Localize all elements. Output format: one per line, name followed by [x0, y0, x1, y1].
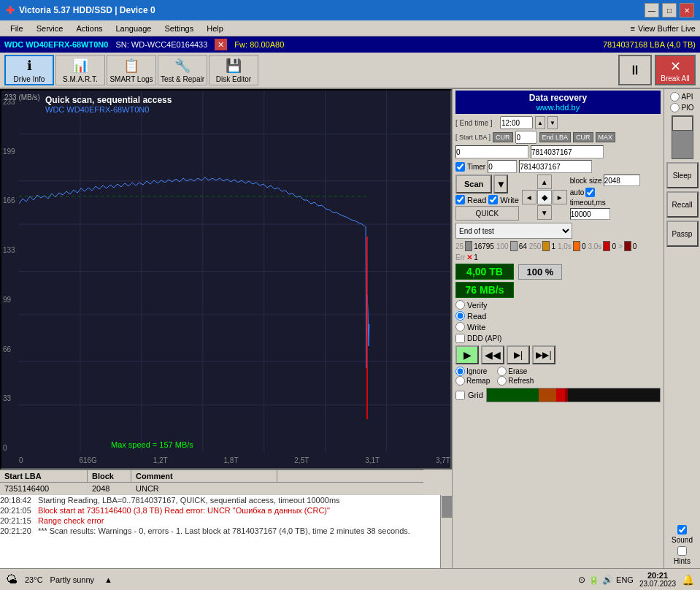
read-radio[interactable]	[455, 311, 465, 321]
arrow-left-button[interactable]: ◄	[522, 190, 536, 204]
log-scrollbar-thumb[interactable]	[442, 496, 452, 518]
timer-input[interactable]	[488, 160, 517, 173]
end-of-test-select[interactable]: End of test	[455, 223, 572, 239]
pause-button[interactable]: ⏸	[618, 55, 652, 85]
scan-button[interactable]: Scan	[455, 175, 492, 194]
grid-checkbox[interactable]	[455, 391, 465, 400]
timeout-input[interactable]	[570, 208, 610, 220]
write-radio-label: Write	[467, 323, 485, 332]
verify-radio[interactable]	[455, 300, 465, 310]
end-time-down[interactable]: ▼	[547, 116, 558, 129]
end-time-up[interactable]: ▲	[535, 116, 545, 129]
egt-label: >	[618, 242, 623, 250]
max-badge: MAX	[596, 132, 616, 142]
test-repair-icon: 🔧	[174, 58, 191, 74]
end-time-input[interactable]	[500, 116, 533, 129]
menu-help[interactable]: Help	[201, 23, 229, 34]
timer-end-input[interactable]	[519, 160, 592, 173]
arrow-down-button[interactable]: ▼	[537, 205, 552, 220]
rewind-button[interactable]: ◀◀	[481, 345, 504, 364]
view-buffer-live[interactable]: ≡ View Buffer Live	[630, 24, 696, 33]
tray-icon-1[interactable]: ⊙	[578, 575, 585, 585]
recall-button[interactable]: Recall	[666, 191, 699, 218]
tray-icon-2[interactable]: 🔋	[588, 575, 599, 585]
remap-row: Remap	[455, 376, 490, 386]
api-radio[interactable]	[670, 92, 680, 101]
ignore-radio[interactable]	[455, 367, 465, 376]
quick-button[interactable]: QUICK	[455, 206, 519, 221]
y-label-166: 166	[3, 196, 15, 204]
graph-svg	[19, 91, 450, 452]
menu-file[interactable]: File	[4, 23, 29, 34]
erase-radio[interactable]	[497, 367, 507, 376]
drive-info-button[interactable]: ℹ Drive Info	[4, 55, 54, 85]
tray-lang[interactable]: ENG	[616, 575, 634, 584]
notification-icon[interactable]: 🔔	[682, 574, 694, 586]
scan-dropdown-button[interactable]: ▼	[493, 175, 508, 194]
play-button[interactable]: ▶	[455, 345, 479, 364]
menu-service[interactable]: Service	[31, 23, 69, 34]
cur-lba-input[interactable]	[515, 131, 537, 144]
start-lba-input[interactable]	[455, 145, 528, 158]
minimize-button[interactable]: —	[645, 3, 659, 18]
auto-checkbox[interactable]	[585, 188, 595, 197]
hints-row: Hints	[672, 546, 693, 565]
chevron-up-icon[interactable]: ▲	[104, 575, 112, 584]
log-content[interactable]: 20:18:42 Starting Reading, LBA=0..781403…	[0, 495, 440, 568]
ignore-label: Ignore	[466, 367, 487, 375]
sound-checkbox[interactable]	[677, 525, 687, 535]
step-forward-button[interactable]: ▶|	[507, 345, 530, 364]
arrow-up-button[interactable]: ▲	[537, 175, 552, 189]
slider-thumb[interactable]	[672, 116, 693, 131]
block-size-input[interactable]	[604, 175, 640, 186]
ddd-checkbox[interactable]	[455, 334, 465, 343]
menu-language[interactable]: Language	[110, 23, 158, 34]
arrow-right-button[interactable]: ►	[553, 190, 567, 204]
log-scrollbar[interactable]	[440, 495, 452, 568]
timer-checkbox[interactable]	[455, 162, 465, 172]
pause-icon: ⏸	[628, 63, 642, 78]
maximize-button[interactable]: □	[662, 3, 677, 18]
drive-fw: Fw: 80.00A80	[234, 40, 284, 49]
write-checkbox[interactable]	[488, 195, 498, 204]
toolbar: ℹ Drive Info 📊 S.M.A.R.T. 📋 SMART Logs 🔧…	[0, 53, 700, 89]
slider-control[interactable]	[672, 115, 693, 159]
x-label-3t1: 3,1T	[365, 456, 380, 464]
window-title: Victoria 5.37 HDD/SSD | Device 0	[19, 5, 155, 15]
hints-checkbox[interactable]	[677, 546, 687, 556]
arrow-empty-br	[553, 205, 567, 220]
tray-icon-3[interactable]: 🔊	[602, 575, 613, 585]
read-checkbox[interactable]	[455, 195, 465, 204]
arrow-empty-tr	[553, 175, 567, 189]
passp-button[interactable]: Passp	[666, 221, 699, 247]
remap-radio[interactable]	[455, 376, 465, 386]
disk-editor-button[interactable]: 💾 Disk Editor	[209, 55, 258, 85]
x-label-0: 0	[19, 456, 23, 464]
menu-bar: File Service Actions Language Settings H…	[0, 20, 700, 37]
close-button[interactable]: ✕	[680, 3, 694, 18]
log-line-1: 20:18:42 Starting Reading, LBA=0..781403…	[0, 495, 440, 505]
sleep-button[interactable]: Sleep	[666, 162, 699, 188]
break-all-button[interactable]: ✕ Break All	[655, 55, 696, 85]
end-lba-input[interactable]	[531, 145, 604, 158]
smart-icon: 📊	[72, 58, 88, 74]
write-radio[interactable]	[455, 322, 465, 332]
pio-radio[interactable]	[670, 103, 680, 112]
error-col-1: Ignore Remap	[455, 367, 490, 386]
log-text-2: Block start at 7351146400 (3,8 TB) Read …	[38, 506, 330, 515]
drive-name: WDC WD40EFRX-68WT0N0	[4, 40, 108, 49]
end-time-row: [ End time ] ▲ ▼	[455, 116, 661, 129]
e1s-label: 1,0s	[558, 242, 572, 250]
menu-actions[interactable]: Actions	[70, 23, 108, 34]
col-header-comment: Comment	[131, 470, 277, 482]
status-right: ⊙ 🔋 🔊 ENG 20:21 23.07.2023 🔔	[578, 571, 694, 588]
error-table: Start LBA Block Comment 7351146400 2048 …	[0, 470, 423, 495]
speed-display: 76 MB/s	[455, 282, 514, 298]
smart-button[interactable]: 📊 S.M.A.R.T.	[55, 55, 105, 85]
smart-logs-button[interactable]: 📋 SMART Logs	[107, 55, 156, 85]
fast-forward-button[interactable]: ▶▶|	[532, 345, 555, 364]
drive-close-button[interactable]: ✕	[215, 39, 227, 50]
test-repair-button[interactable]: 🔧 Test & Repair	[158, 55, 207, 85]
refresh-radio[interactable]	[497, 376, 507, 386]
menu-settings[interactable]: Settings	[158, 23, 199, 34]
